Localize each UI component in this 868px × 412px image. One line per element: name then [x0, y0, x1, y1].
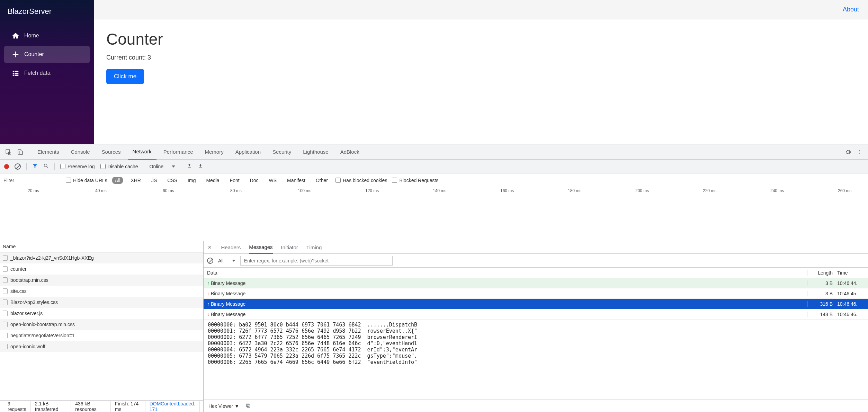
detail-tab-messages[interactable]: Messages [249, 241, 272, 254]
timeline-tick: 60 ms [163, 188, 174, 193]
request-detail: × Headers Messages Initiator Timing All … [204, 241, 868, 412]
request-name: _blazor?id=z2-kj27_vnSdX1Hgb-XXEg [10, 255, 94, 261]
type-filter-xhr[interactable]: XHR [128, 177, 144, 184]
arrow-up-icon: ↑ [207, 280, 209, 286]
sidebar-nav: Home Counter Fetch data [0, 23, 94, 86]
message-row[interactable]: ↓ Binary Message3 B10:46:45. [204, 288, 868, 299]
tab-performance[interactable]: Performance [159, 144, 198, 160]
network-status-bar: 9 requests 2.1 kB transferred 436 kB res… [0, 400, 203, 412]
request-row[interactable]: bootstrap.min.css [0, 275, 203, 286]
type-filter-js[interactable]: JS [149, 177, 160, 184]
record-button[interactable] [4, 164, 9, 169]
request-list-header[interactable]: Name [0, 241, 203, 252]
file-icon [3, 311, 8, 316]
request-name: open-iconic-bootstrap.min.css [10, 322, 75, 327]
copy-icon[interactable] [245, 403, 251, 409]
page-area: About Counter Current count: 3 Click me [94, 0, 868, 144]
tab-console[interactable]: Console [66, 144, 95, 160]
detail-tab-timing[interactable]: Timing [306, 241, 322, 254]
tab-adblock[interactable]: AdBlock [335, 144, 364, 160]
sidebar-item-fetch-data[interactable]: Fetch data [4, 64, 90, 82]
type-filter-img[interactable]: Img [185, 177, 198, 184]
filter-input[interactable] [2, 176, 61, 185]
type-filter-media[interactable]: Media [203, 177, 222, 184]
inspect-element-icon[interactable] [3, 147, 13, 157]
network-filter-row: Hide data URLs All XHR JS CSS Img Media … [0, 173, 868, 187]
file-icon [3, 255, 8, 261]
message-time: 10:46:46. [835, 301, 868, 307]
request-row[interactable]: open-iconic-bootstrap.min.css [0, 319, 203, 330]
has-blocked-cookies-checkbox[interactable]: Has blocked cookies [335, 178, 387, 183]
hex-viewer-label[interactable]: Hex Viewer ▼ [208, 403, 239, 409]
detail-tab-headers[interactable]: Headers [221, 241, 241, 254]
throttling-dropdown[interactable]: Online [150, 164, 175, 169]
page-content: Counter Current count: 3 Click me [94, 19, 868, 144]
timeline-tick: 260 ms [838, 188, 851, 193]
col-data[interactable]: Data [204, 270, 807, 276]
request-row[interactable]: open-iconic.woff [0, 341, 203, 352]
sidebar-item-home[interactable]: Home [4, 27, 90, 44]
message-row[interactable]: ↑ Binary Message3 B10:46:44. [204, 278, 868, 288]
file-icon [3, 266, 8, 272]
tab-application[interactable]: Application [231, 144, 266, 160]
svg-point-3 [44, 164, 47, 167]
sidebar-item-counter[interactable]: Counter [4, 46, 90, 63]
hide-data-urls-checkbox[interactable]: Hide data URLs [66, 178, 107, 183]
message-text: Binary Message [211, 312, 245, 317]
request-row[interactable]: blazor.server.js [0, 308, 203, 319]
blocked-requests-checkbox[interactable]: Blocked Requests [392, 178, 438, 183]
home-icon [12, 32, 19, 39]
message-text: Binary Message [211, 291, 245, 296]
close-icon[interactable]: × [206, 244, 213, 251]
request-row[interactable]: BlazorApp3.styles.css [0, 297, 203, 308]
chevron-down-icon [172, 165, 175, 168]
tab-security[interactable]: Security [268, 144, 296, 160]
tab-network[interactable]: Network [128, 144, 156, 160]
preserve-log-checkbox[interactable]: Preserve log [60, 164, 95, 169]
timeline-tick: 140 ms [433, 188, 446, 193]
sidebar-item-label: Fetch data [24, 70, 51, 76]
upload-har-icon[interactable] [187, 163, 192, 170]
tab-sources[interactable]: Sources [97, 144, 126, 160]
status-requests: 9 requests [3, 401, 31, 412]
disable-cache-checkbox[interactable]: Disable cache [100, 164, 138, 169]
col-length[interactable]: Length [807, 270, 835, 276]
request-row[interactable]: counter [0, 263, 203, 275]
request-row[interactable]: negotiate?negotiateVersion=1 [0, 330, 203, 341]
hex-viewer: 00000000: ba02 9501 80c0 b444 6973 7061 … [204, 320, 868, 400]
chevron-down-icon [232, 260, 235, 262]
message-row[interactable]: ↓ Binary Message148 B10:46:46. [204, 309, 868, 320]
col-time[interactable]: Time [835, 270, 868, 276]
settings-gear-icon[interactable] [843, 147, 853, 157]
type-filter-all[interactable]: All [112, 177, 123, 184]
about-link[interactable]: About [843, 6, 859, 13]
request-row[interactable]: _blazor?id=z2-kj27_vnSdX1Hgb-XXEg [0, 252, 203, 263]
type-filter-doc[interactable]: Doc [247, 177, 261, 184]
more-vert-icon[interactable]: ⋮ [855, 147, 865, 157]
tab-memory[interactable]: Memory [200, 144, 229, 160]
tab-elements[interactable]: Elements [33, 144, 64, 160]
type-filter-ws[interactable]: WS [266, 177, 280, 184]
message-text: Binary Message [211, 280, 245, 286]
messages-filter-dropdown[interactable]: All [218, 258, 235, 263]
type-filter-css[interactable]: CSS [164, 177, 180, 184]
type-filter-manifest[interactable]: Manifest [284, 177, 308, 184]
clear-button[interactable] [15, 163, 21, 170]
messages-regex-input[interactable] [240, 256, 393, 266]
request-row[interactable]: site.css [0, 286, 203, 297]
search-icon[interactable] [43, 163, 49, 170]
network-body: Name _blazor?id=z2-kj27_vnSdX1Hgb-XXEgco… [0, 241, 868, 412]
file-icon [3, 299, 8, 305]
filter-toggle-icon[interactable] [32, 163, 38, 170]
click-me-button[interactable]: Click me [106, 69, 144, 84]
download-har-icon[interactable] [198, 163, 203, 170]
clear-messages-button[interactable] [207, 258, 213, 264]
svg-rect-2 [20, 151, 23, 155]
detail-tab-initiator[interactable]: Initiator [281, 241, 298, 254]
tab-lighthouse[interactable]: Lighthouse [298, 144, 333, 160]
type-filter-other[interactable]: Other [313, 177, 331, 184]
type-filter-font[interactable]: Font [227, 177, 242, 184]
message-row[interactable]: ↑ Binary Message316 B10:46:46. [204, 299, 868, 309]
network-timeline[interactable]: 20 ms40 ms60 ms80 ms100 ms120 ms140 ms16… [0, 187, 868, 241]
device-toggle-icon[interactable] [15, 147, 25, 157]
